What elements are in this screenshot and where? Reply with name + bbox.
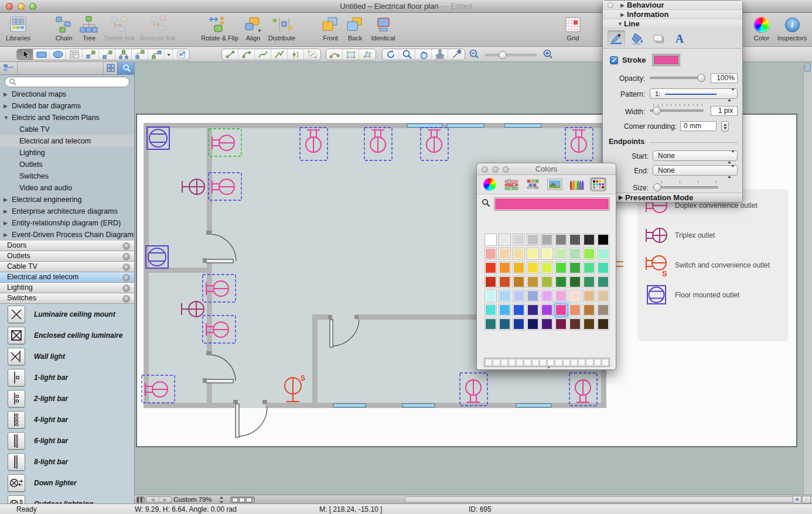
line-section[interactable]: ▼ Line xyxy=(603,19,742,29)
palette-color-48[interactable] xyxy=(527,304,539,316)
palette-color-5[interactable] xyxy=(555,234,567,246)
wall-light-icon[interactable] xyxy=(8,348,25,365)
section-electrical-and-telecom[interactable]: Electrical and telecom✕ xyxy=(0,272,134,283)
text-block-tool[interactable] xyxy=(66,49,83,60)
tree-item-event-driven-process-chain-diagrams[interactable]: ▶Event-Driven Process Chain Diagrams xyxy=(0,229,134,241)
light-bar-8-icon[interactable] xyxy=(8,453,25,471)
connector-orthogonal-tool[interactable] xyxy=(132,49,148,60)
minimize-window-icon[interactable] xyxy=(18,3,25,10)
palette-color-6[interactable] xyxy=(569,234,581,246)
chevron-right-icon[interactable]: ▶ xyxy=(4,100,8,112)
palette-color-10[interactable] xyxy=(499,248,511,260)
recent-color-slot[interactable] xyxy=(586,359,593,366)
chevron-right-icon[interactable]: ▶ xyxy=(4,217,8,229)
palette-color-62[interactable] xyxy=(597,318,609,330)
palette-color-51[interactable] xyxy=(569,304,581,316)
recent-color-slot[interactable] xyxy=(571,359,578,366)
palette-color-58[interactable] xyxy=(541,318,553,330)
palette-color-29[interactable] xyxy=(513,276,525,288)
chevron-down-icon[interactable]: ▼ xyxy=(4,112,9,124)
recent-color-slot[interactable] xyxy=(524,359,531,366)
recent-color-slot[interactable] xyxy=(509,359,516,366)
crayons-icon[interactable] xyxy=(568,177,585,191)
palette-color-34[interactable] xyxy=(583,276,595,288)
search-icon[interactable] xyxy=(482,198,490,209)
section-doors[interactable]: Doors✕ xyxy=(0,241,134,251)
toolbar-distribute-button[interactable]: Distribute xyxy=(264,15,300,42)
opacity-slider-thumb[interactable] xyxy=(697,74,705,82)
palette-color-33[interactable] xyxy=(569,276,581,288)
toolbar-back-button[interactable]: Back xyxy=(343,15,367,42)
stamp-tool[interactable] xyxy=(432,49,448,60)
color-palette-icon[interactable] xyxy=(525,177,541,191)
zoom-slider-thumb[interactable] xyxy=(499,51,507,59)
recent-color-slot[interactable] xyxy=(516,359,523,366)
width-slider-thumb[interactable] xyxy=(653,107,661,115)
close-section-icon[interactable]: ✕ xyxy=(122,285,130,292)
palette-color-47[interactable] xyxy=(513,304,525,316)
light-bar-4-icon[interactable] xyxy=(8,411,25,429)
opacity-slider[interactable] xyxy=(650,77,704,79)
tree-item-divided-bar-diagrams[interactable]: ▶Divided bar diagrams xyxy=(0,100,134,112)
web-safe-colors-icon[interactable] xyxy=(590,177,606,191)
reshape-nodes-tool[interactable] xyxy=(359,49,376,60)
palette-color-30[interactable] xyxy=(527,276,539,288)
recent-color-slot[interactable] xyxy=(602,359,609,366)
zoom-slider[interactable] xyxy=(485,54,537,56)
pointer-tool[interactable] xyxy=(17,49,33,60)
colors-title-bar[interactable]: Colors xyxy=(477,163,616,175)
image-palette-icon[interactable] xyxy=(547,177,563,191)
down-lighter-icon[interactable] xyxy=(8,474,25,492)
library-item-4-light-bar[interactable]: 4-light bar xyxy=(0,409,134,430)
presentation-mode-section[interactable]: ▶ Presentation Mode xyxy=(603,193,742,202)
connector-smart-tool[interactable] xyxy=(148,49,165,60)
palette-color-40[interactable] xyxy=(541,290,553,302)
color-wheel-icon[interactable] xyxy=(482,177,498,191)
grid-view-button[interactable] xyxy=(103,61,117,74)
opacity-field[interactable]: 100% xyxy=(711,73,738,83)
split-points-tool[interactable] xyxy=(288,49,304,60)
palette-color-52[interactable] xyxy=(583,304,595,316)
information-section[interactable]: ▶ Information xyxy=(603,10,742,19)
tree-item-lighting[interactable]: Lighting xyxy=(0,147,134,159)
zoom-tool-tool[interactable] xyxy=(399,49,415,60)
horizontal-scrollbar[interactable] xyxy=(404,496,812,503)
tree-item-entity-relationship-diagram-erd-[interactable]: ▶Entity-relationship diagram (ERD) xyxy=(0,217,134,229)
toolbar-identical-button[interactable]: Identical xyxy=(367,15,400,42)
library-item-down-lighter[interactable]: Down lighter xyxy=(0,472,134,494)
endpoint-start-dropdown[interactable]: None xyxy=(653,150,738,161)
close-section-icon[interactable]: ✕ xyxy=(122,253,130,261)
palette-color-24[interactable] xyxy=(569,262,581,274)
tree-item-switches[interactable]: Switches xyxy=(0,170,134,182)
toolbar-grid-button[interactable]: Grid xyxy=(560,15,586,42)
palette-color-22[interactable] xyxy=(541,262,553,274)
palette-color-49[interactable] xyxy=(541,304,553,316)
palette-color-60[interactable] xyxy=(569,318,581,330)
close-section-icon[interactable]: ✕ xyxy=(122,242,130,250)
tree-item-enterprise-architecture-diagrams[interactable]: ▶Enterprise architecture diagrams xyxy=(0,205,134,217)
palette-color-53[interactable] xyxy=(597,304,609,316)
vertical-scrollbar-thumb[interactable] xyxy=(804,63,811,72)
arc-tool[interactable] xyxy=(238,49,255,60)
behaviour-section[interactable]: ▶ Behaviour xyxy=(603,1,742,10)
palette-color-11[interactable] xyxy=(513,248,525,260)
eyedropper-tool[interactable] xyxy=(448,49,465,60)
palette-color-38[interactable] xyxy=(513,290,525,302)
toolbar-rotate-flip-button[interactable]: Rotate & Flip xyxy=(197,15,242,42)
palette-color-55[interactable] xyxy=(499,318,511,330)
chevron-right-icon[interactable]: ▶ xyxy=(4,229,8,241)
line-tool[interactable] xyxy=(222,49,238,60)
resize-handle[interactable]: ▲ xyxy=(547,364,551,369)
shadow-tab[interactable] xyxy=(650,30,667,47)
palette-color-41[interactable] xyxy=(555,290,567,302)
enclosed-ceiling-luminaire-icon[interactable] xyxy=(8,327,25,344)
tree-item-directional-maps[interactable]: ▶Directional maps xyxy=(0,88,134,100)
fill-bucket-tab[interactable] xyxy=(629,30,646,47)
reshape-arc-tool[interactable] xyxy=(326,49,343,60)
palette-color-35[interactable] xyxy=(597,276,609,288)
palette-color-32[interactable] xyxy=(555,276,567,288)
palette-color-23[interactable] xyxy=(555,262,567,274)
color-sliders-icon[interactable] xyxy=(503,177,520,191)
recent-color-slot[interactable] xyxy=(532,359,539,366)
ellipse-tool[interactable] xyxy=(50,49,66,60)
